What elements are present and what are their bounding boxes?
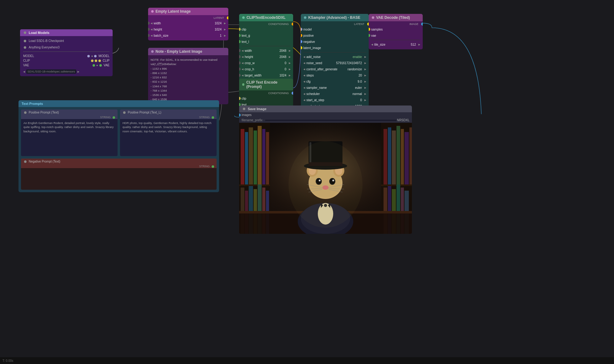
model-label: MODEL bbox=[23, 54, 87, 58]
positive-textl-box: Positive Prompt (Text_L) STRING HDR phot… bbox=[120, 110, 217, 156]
batch-row: ◀ batch_size 1 ▶ bbox=[148, 32, 228, 39]
note-content: NOTE: For SDXL, it is recommended to use… bbox=[151, 58, 217, 101]
anything-row: Anything Everywhere3 bbox=[23, 45, 110, 50]
note-header: Note - Empty Latent Image bbox=[148, 48, 228, 55]
vae-decode-title: VAE Decode (Tiled) bbox=[376, 15, 410, 20]
clip-in-port bbox=[239, 28, 241, 31]
clip-prompt-clip-row: clip bbox=[239, 95, 293, 101]
checkpoint-row: Load SSD1-B Checkpoint bbox=[23, 39, 110, 43]
width-row: ◀ width 1024 ▶ bbox=[148, 20, 228, 26]
filename-label: filename_prefix bbox=[242, 118, 263, 122]
latent-port bbox=[227, 16, 228, 19]
save-image-header: Save Image bbox=[239, 105, 412, 112]
positive-prompts-row: Positive Prompt (Text) STRING An English… bbox=[21, 110, 217, 156]
svg-rect-9 bbox=[262, 129, 265, 184]
height-row: ◀ height 1024 ▶ bbox=[148, 26, 228, 32]
scheduler-row: ◀ scheduler normal ▶ bbox=[301, 91, 369, 97]
clip-right-label: CLIP bbox=[103, 59, 110, 62]
vae-label: VAE bbox=[23, 64, 92, 67]
text-g-port bbox=[239, 34, 241, 37]
svg-rect-14 bbox=[396, 126, 400, 184]
conditioning-label: CONDITIONING bbox=[268, 23, 289, 26]
positive-text-string-label: STRING bbox=[21, 115, 118, 119]
svg-rect-15 bbox=[401, 129, 404, 184]
start-step-row: ◀ start_at_step 0 ▶ bbox=[301, 97, 369, 103]
checkpoint-label: Load SSD1-B Checkpoint bbox=[29, 39, 64, 43]
positive-textl-content[interactable]: HDR photo, top quality, Gentleman Rodent… bbox=[120, 119, 217, 156]
svg-rect-12 bbox=[388, 127, 391, 184]
string-port-text bbox=[113, 116, 115, 119]
negative-title: Negative Prompt (Text) bbox=[29, 160, 60, 163]
text-l-port bbox=[239, 40, 241, 43]
clip-sdxl-node: CLIPTextEncodeSDXL CONDITIONING clip tex… bbox=[239, 14, 293, 86]
batch-value: 1 bbox=[220, 34, 222, 37]
steps-row: ◀ steps 20 ▶ bbox=[301, 72, 369, 78]
negative-content[interactable] bbox=[21, 168, 217, 190]
model-right-label: MODEL bbox=[98, 54, 110, 58]
save-image-title: Save Image bbox=[248, 107, 267, 111]
text-l-row: text_l bbox=[239, 39, 293, 45]
images-label: images bbox=[242, 113, 251, 117]
string-port-textl bbox=[212, 116, 214, 119]
clip-in-label: clip bbox=[242, 28, 246, 31]
positive-text-box: Positive Prompt (Text) STRING An English… bbox=[21, 110, 118, 156]
positive-textl-string-label: STRING bbox=[120, 115, 217, 119]
batch-label: batch_size bbox=[154, 34, 168, 37]
svg-rect-11 bbox=[384, 129, 387, 184]
load-models-node: Load Models Load SSD1-B Checkpoint Anyth… bbox=[20, 29, 113, 76]
svg-rect-4 bbox=[241, 129, 244, 184]
anything-label: Anything Everywhere3 bbox=[29, 46, 60, 49]
ksampler-title: KSampler (Advanced) - BASE bbox=[308, 15, 360, 20]
ksampler-model-row: model bbox=[301, 26, 369, 32]
filename-value[interactable] bbox=[265, 120, 397, 121]
ksampler-header: KSampler (Advanced) - BASE bbox=[301, 14, 369, 21]
positive-textl-header: Positive Prompt (Text_L) bbox=[120, 110, 217, 115]
width-label: width bbox=[154, 22, 161, 25]
string-port-neg bbox=[212, 165, 214, 168]
empty-latent-title: Empty Latent Image bbox=[156, 9, 191, 14]
positive-text-content[interactable]: An English Gentleman Rodent, detailed po… bbox=[21, 119, 118, 156]
text-prompts-header: Text Prompts bbox=[19, 100, 219, 107]
tile-size-row: ◀ tile_size 512 ▶ bbox=[369, 41, 423, 48]
clip-prompt-cond-out: CONDITIONING bbox=[268, 92, 289, 95]
vae-in-row: vae bbox=[369, 32, 423, 39]
svg-rect-6 bbox=[249, 127, 253, 184]
text-prompts-title: Text Prompts bbox=[22, 102, 43, 105]
negative-header: Negative Prompt (Text) bbox=[21, 159, 217, 164]
clip-prompt-node: CLIP Text Encode (Prompt) CONDITIONING c… bbox=[239, 79, 293, 110]
clip-input-row: clip bbox=[239, 26, 293, 32]
noise-seed-row: ◀ noise_seed 579161724104972 ▶ bbox=[301, 60, 369, 66]
vae-image-port bbox=[421, 23, 423, 26]
text-g-label: text_g bbox=[242, 34, 250, 37]
text-g-row: text_g bbox=[239, 32, 293, 39]
svg-rect-17 bbox=[409, 127, 412, 184]
svg-rect-8 bbox=[258, 126, 262, 184]
width-port-left bbox=[148, 22, 150, 25]
filename-row: filename_prefix NRSDXL bbox=[239, 118, 412, 123]
ksampler-negative-row: negative bbox=[301, 39, 369, 45]
text-prompts-node: Text Prompts Positive Prompt (Text) STRI… bbox=[19, 100, 219, 192]
empty-latent-header: Empty Latent Image bbox=[148, 8, 228, 15]
images-port bbox=[239, 114, 241, 117]
empty-latent-node: Empty Latent Image LATENT ◀ width 1024 ▶ bbox=[148, 8, 228, 40]
batch-port-left bbox=[148, 34, 150, 37]
target-width-row: ◀ target_width 1024 ▶ bbox=[239, 72, 293, 78]
conditioning-port bbox=[292, 23, 293, 26]
clip-sdxl-title: CLIPTextEncodeSDXL bbox=[247, 15, 285, 20]
svg-rect-5 bbox=[245, 132, 248, 184]
clip-label: CLIP bbox=[23, 59, 90, 62]
add-noise-row: ◀ add_noise enable ▶ bbox=[301, 54, 369, 60]
svg-point-62 bbox=[288, 141, 363, 228]
crop-h-row: ◀ crop_h 0 ▶ bbox=[239, 66, 293, 72]
vae-image-out: IMAGE bbox=[409, 23, 418, 26]
clip-prompt-cond-port bbox=[292, 92, 293, 95]
height-label: height bbox=[154, 28, 162, 31]
clip-height-row: ◀ height 2048 ▶ bbox=[239, 54, 293, 60]
model-row: MODEL ● MODEL bbox=[23, 54, 110, 58]
negative-string-label: STRING bbox=[21, 164, 217, 168]
height-port-left bbox=[148, 28, 150, 31]
positive-text-title: Positive Prompt (Text) bbox=[29, 111, 59, 114]
ksampler-positive-row: positive bbox=[301, 32, 369, 39]
control-after-row: ◀ control_after_generate randomize ▶ bbox=[301, 66, 369, 72]
svg-rect-18 bbox=[239, 184, 270, 186]
